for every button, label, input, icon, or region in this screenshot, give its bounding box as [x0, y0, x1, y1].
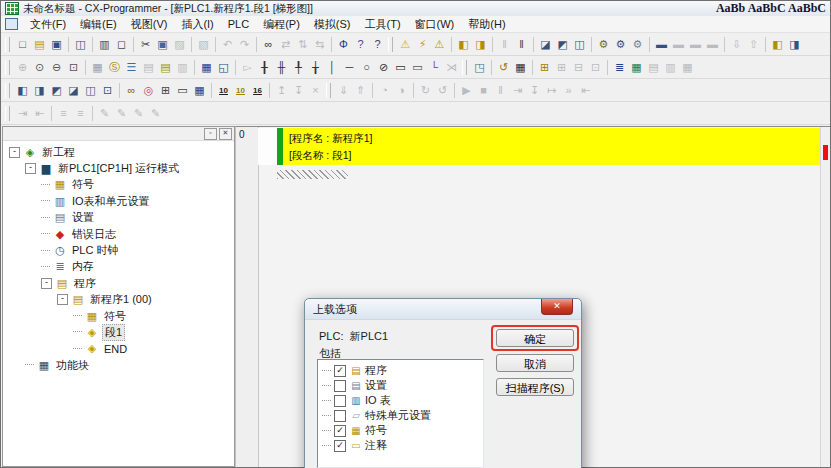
horizontal-line-icon[interactable]: ─: [341, 59, 358, 76]
debug-mode-icon[interactable]: ◩: [554, 36, 571, 53]
grid-toggle-icon[interactable]: ▦: [89, 59, 106, 76]
menu-item[interactable]: 插入(I): [174, 16, 220, 33]
tree-item-function-blocks[interactable]: ▦功能块: [3, 357, 234, 373]
work-online-icon[interactable]: ◧: [455, 36, 472, 53]
menu-item[interactable]: 编辑(E): [73, 16, 124, 33]
include-program-row[interactable]: ✓▤程序: [322, 363, 483, 378]
panel-pin-icon[interactable]: ▫: [204, 128, 217, 140]
compile-all-icon[interactable]: ⚡: [414, 36, 431, 53]
online-edit-send-icon[interactable]: ⚙: [612, 36, 629, 53]
online-edit-cancel-icon[interactable]: ⚙: [629, 36, 646, 53]
checkbox-icon[interactable]: ✓: [334, 425, 346, 437]
coil-icon[interactable]: ○: [358, 59, 375, 76]
show-xref-icon[interactable]: ∞: [123, 82, 140, 99]
contact-no-icon[interactable]: ╂: [256, 59, 273, 76]
tree-item-settings[interactable]: ▤设置: [3, 210, 234, 226]
view-symbols-icon[interactable]: ◪: [65, 82, 82, 99]
menu-item[interactable]: 视图(V): [124, 16, 175, 33]
selected-cell-hatch[interactable]: [277, 170, 348, 179]
rung-comment-icon[interactable]: ↺: [495, 59, 512, 76]
view-sections-icon[interactable]: ◩: [48, 82, 65, 99]
menu-item[interactable]: 工具(T): [358, 16, 408, 33]
menu-item[interactable]: 编程(P): [256, 16, 307, 33]
include-symbols-row[interactable]: ✓▦符号: [322, 423, 483, 438]
symbol-table-icon[interactable]: Ⓢ: [106, 59, 123, 76]
compare-with-plc-icon[interactable]: ◧: [769, 36, 786, 53]
partial-transfer-icon[interactable]: ◨: [786, 36, 803, 53]
mdi-child-icon[interactable]: [5, 18, 18, 30]
expander-icon[interactable]: -: [25, 163, 36, 174]
instruction-box-icon[interactable]: ▭: [392, 59, 409, 76]
contact-nc-icon[interactable]: ╫: [273, 59, 290, 76]
ok-button[interactable]: 确定: [496, 329, 574, 347]
properties-icon[interactable]: ▭: [174, 82, 191, 99]
expander-icon[interactable]: -: [57, 294, 68, 305]
io-table-rack-icon[interactable]: ▬: [653, 36, 670, 53]
include-special-unit-row[interactable]: ▱特殊单元设置: [322, 408, 483, 423]
open-file-icon[interactable]: ▤: [31, 36, 48, 53]
context-help-icon[interactable]: ?: [369, 36, 386, 53]
instruction-nc-icon[interactable]: ▭: [409, 59, 426, 76]
view-options-icon[interactable]: ⊡: [99, 82, 116, 99]
checkbox-icon[interactable]: [334, 410, 346, 422]
include-settings-row[interactable]: ▤设置: [322, 378, 483, 393]
menu-item[interactable]: 模拟(S): [307, 16, 358, 33]
program-mode-icon[interactable]: ◪: [537, 36, 554, 53]
find-report-icon[interactable]: ⚠: [431, 36, 448, 53]
new-file-icon[interactable]: □: [14, 36, 31, 53]
checkbox-icon[interactable]: ✓: [334, 440, 346, 452]
contact-or-nc-icon[interactable]: ╁: [307, 59, 324, 76]
tree-item-plc-clock[interactable]: ◷PLC 时钟: [3, 242, 234, 258]
tree-item-project[interactable]: -◈新工程: [3, 144, 234, 160]
address-reference-icon[interactable]: ▦: [191, 82, 208, 99]
menu-item[interactable]: 文件(F): [23, 16, 73, 33]
menu-item[interactable]: 帮助(H): [461, 16, 512, 33]
view-ladder-icon[interactable]: ◨: [31, 82, 48, 99]
tree-item-memory[interactable]: ≣内存: [3, 259, 234, 275]
menu-item[interactable]: 窗口(W): [408, 16, 462, 33]
include-io-table-row[interactable]: ▥IO 表: [322, 393, 483, 408]
include-comments-row[interactable]: ✓▭注释: [322, 438, 483, 453]
monitor-in-rung-icon[interactable]: ◱: [215, 59, 232, 76]
expander-icon[interactable]: -: [41, 278, 52, 289]
monitor-hex-icon[interactable]: 16: [249, 82, 266, 99]
tree-item-io-table[interactable]: ▥IO表和单元设置: [3, 193, 234, 209]
dialog-close-button[interactable]: ✕: [541, 299, 573, 315]
rung-wrap-view-icon[interactable]: ▦: [198, 59, 215, 76]
view-mnemonics-icon[interactable]: ◧: [14, 82, 31, 99]
program-hierarchy-icon[interactable]: ≣: [611, 59, 628, 76]
checkbox-icon[interactable]: ✓: [334, 365, 346, 377]
vertical-line-icon[interactable]: │: [324, 59, 341, 76]
tree-item-programs[interactable]: -▤程序: [3, 275, 234, 291]
tree-item-program-symbols[interactable]: ▦符号: [3, 308, 234, 324]
tree-item-program-1[interactable]: -▤新程序1 (00): [3, 292, 234, 308]
include-listbox[interactable]: ✓▤程序▤设置▥IO 表▱特殊单元设置✓▦符号✓▭注释: [317, 359, 484, 468]
program-overview-icon[interactable]: ▦: [512, 59, 529, 76]
find-icon[interactable]: ∞: [260, 36, 277, 53]
online-edit-icon[interactable]: ⚙: [595, 36, 612, 53]
tree-item-section-1[interactable]: ◈段1: [3, 324, 234, 340]
tree-item-error-log[interactable]: ◆错误日志: [3, 226, 234, 242]
tree-item-symbols[interactable]: ▦符号: [3, 177, 234, 193]
goto-target-icon[interactable]: ◎: [140, 82, 157, 99]
checkbox-icon[interactable]: [334, 395, 346, 407]
zoom-custom-icon[interactable]: ⊙: [31, 59, 48, 76]
panel-close-icon[interactable]: ✕: [219, 128, 232, 140]
monitor-mode-icon[interactable]: ◫: [571, 36, 588, 53]
io-monitor-icon[interactable]: ▦: [628, 59, 645, 76]
zoom-fit-icon[interactable]: ⊡: [65, 59, 82, 76]
compile-icon[interactable]: ⚠: [397, 36, 414, 53]
scan-program-button[interactable]: 扫描程序(S): [496, 378, 574, 396]
zoom-out-icon[interactable]: ⊖: [48, 59, 65, 76]
compare-programs-icon[interactable]: ◫: [72, 36, 89, 53]
monitor-signed-decimal-icon[interactable]: 10: [232, 82, 249, 99]
coil-nc-icon[interactable]: ⊘: [375, 59, 392, 76]
corner-tool-icon[interactable]: └: [426, 59, 443, 76]
save-file-icon[interactable]: ▣: [48, 36, 65, 53]
copy-icon[interactable]: ▣: [154, 36, 171, 53]
symbol-colors-icon[interactable]: ▤: [157, 59, 174, 76]
browse-window-icon[interactable]: ◳: [471, 59, 488, 76]
checkbox-icon[interactable]: [334, 380, 346, 392]
output-window-icon[interactable]: ☰: [123, 59, 140, 76]
work-online-simulator-icon[interactable]: ◨: [472, 36, 489, 53]
